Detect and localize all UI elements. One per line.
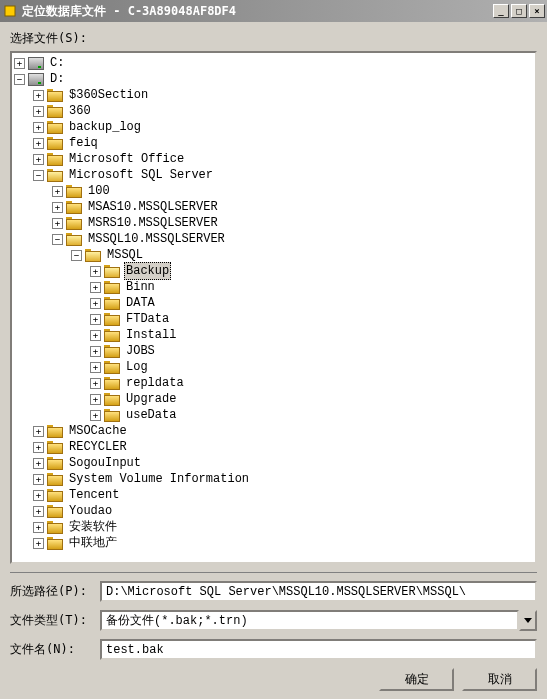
tree-node[interactable]: Upgrade <box>14 391 533 407</box>
tree-item-label[interactable]: 100 <box>86 183 112 199</box>
tree-node[interactable]: Log <box>14 359 533 375</box>
tree-item-label[interactable]: 360 <box>67 103 93 119</box>
tree-node[interactable]: Install <box>14 327 533 343</box>
tree-item-label[interactable]: Install <box>124 327 178 343</box>
expand-icon[interactable] <box>90 282 101 293</box>
tree-node[interactable]: System Volume Information <box>14 471 533 487</box>
collapse-icon[interactable] <box>14 74 25 85</box>
tree-item-label[interactable]: Microsoft Office <box>67 151 186 167</box>
minimize-button[interactable]: _ <box>493 4 509 18</box>
expand-icon[interactable] <box>90 346 101 357</box>
tree-item-label[interactable]: RECYCLER <box>67 439 129 455</box>
tree-item-label[interactable]: Youdao <box>67 503 114 519</box>
tree-node[interactable]: Tencent <box>14 487 533 503</box>
tree-item-label[interactable]: FTData <box>124 311 171 327</box>
tree-item-label[interactable]: $360Section <box>67 87 150 103</box>
cancel-button[interactable]: 取消 <box>462 668 537 691</box>
tree-item-label[interactable]: MSSQL <box>105 247 145 263</box>
tree-item-label[interactable]: repldata <box>124 375 186 391</box>
expand-icon[interactable] <box>33 426 44 437</box>
tree-item-label[interactable]: Upgrade <box>124 391 178 407</box>
expand-icon[interactable] <box>33 122 44 133</box>
collapse-icon[interactable] <box>71 250 82 261</box>
tree-item-label[interactable]: Backup <box>124 262 171 280</box>
expand-icon[interactable] <box>90 330 101 341</box>
tree-item-label[interactable]: useData <box>124 407 178 423</box>
expand-icon[interactable] <box>90 394 101 405</box>
tree-node[interactable]: MSRS10.MSSQLSERVER <box>14 215 533 231</box>
file-type-field[interactable] <box>100 610 519 631</box>
expand-icon[interactable] <box>33 538 44 549</box>
tree-item-label[interactable]: System Volume Information <box>67 471 251 487</box>
expand-icon[interactable] <box>52 186 63 197</box>
expand-icon[interactable] <box>33 506 44 517</box>
tree-item-label[interactable]: DATA <box>124 295 157 311</box>
tree-node[interactable]: C: <box>14 55 533 71</box>
tree-node[interactable]: useData <box>14 407 533 423</box>
tree-node[interactable]: Binn <box>14 279 533 295</box>
close-button[interactable]: × <box>529 4 545 18</box>
tree-item-label[interactable]: MSAS10.MSSQLSERVER <box>86 199 220 215</box>
tree-node[interactable]: Microsoft SQL Server <box>14 167 533 183</box>
tree-node[interactable]: repldata <box>14 375 533 391</box>
file-tree[interactable]: C:D:$360Section360backup_logfeiqMicrosof… <box>10 51 537 564</box>
expand-icon[interactable] <box>33 458 44 469</box>
file-name-field[interactable] <box>100 639 537 660</box>
ok-button[interactable]: 确定 <box>379 668 454 691</box>
tree-item-label[interactable]: SogouInput <box>67 455 143 471</box>
tree-node[interactable]: backup_log <box>14 119 533 135</box>
collapse-icon[interactable] <box>33 170 44 181</box>
collapse-icon[interactable] <box>52 234 63 245</box>
tree-node[interactable]: MSOCache <box>14 423 533 439</box>
tree-node[interactable]: MSSQL <box>14 247 533 263</box>
expand-icon[interactable] <box>33 154 44 165</box>
file-type-dropdown-button[interactable] <box>519 610 537 631</box>
tree-node[interactable]: feiq <box>14 135 533 151</box>
expand-icon[interactable] <box>33 106 44 117</box>
tree-node[interactable]: JOBS <box>14 343 533 359</box>
tree-node[interactable]: FTData <box>14 311 533 327</box>
tree-item-label[interactable]: C: <box>48 55 66 71</box>
tree-node[interactable]: DATA <box>14 295 533 311</box>
expand-icon[interactable] <box>90 314 101 325</box>
tree-item-label[interactable]: MSSQL10.MSSQLSERVER <box>86 231 227 247</box>
expand-icon[interactable] <box>52 202 63 213</box>
tree-node[interactable]: D: <box>14 71 533 87</box>
tree-item-label[interactable]: Binn <box>124 279 157 295</box>
tree-item-label[interactable]: 中联地产 <box>67 535 119 551</box>
tree-item-label[interactable]: MSRS10.MSSQLSERVER <box>86 215 220 231</box>
expand-icon[interactable] <box>52 218 63 229</box>
expand-icon[interactable] <box>33 490 44 501</box>
tree-item-label[interactable]: MSOCache <box>67 423 129 439</box>
tree-node[interactable]: 安装软件 <box>14 519 533 535</box>
expand-icon[interactable] <box>90 410 101 421</box>
tree-node[interactable]: MSSQL10.MSSQLSERVER <box>14 231 533 247</box>
tree-node[interactable]: 100 <box>14 183 533 199</box>
expand-icon[interactable] <box>33 522 44 533</box>
expand-icon[interactable] <box>90 362 101 373</box>
expand-icon[interactable] <box>90 378 101 389</box>
selected-path-field[interactable] <box>100 581 537 602</box>
expand-icon[interactable] <box>33 90 44 101</box>
expand-icon[interactable] <box>90 266 101 277</box>
expand-icon[interactable] <box>33 138 44 149</box>
tree-item-label[interactable]: feiq <box>67 135 100 151</box>
tree-item-label[interactable]: Log <box>124 359 150 375</box>
tree-item-label[interactable]: Microsoft SQL Server <box>67 167 215 183</box>
tree-node[interactable]: $360Section <box>14 87 533 103</box>
tree-item-label[interactable]: D: <box>48 71 66 87</box>
expand-icon[interactable] <box>14 58 25 69</box>
tree-item-label[interactable]: Tencent <box>67 487 121 503</box>
tree-item-label[interactable]: 安装软件 <box>67 519 119 535</box>
tree-node[interactable]: Microsoft Office <box>14 151 533 167</box>
tree-node[interactable]: 中联地产 <box>14 535 533 551</box>
tree-node[interactable]: MSAS10.MSSQLSERVER <box>14 199 533 215</box>
tree-node[interactable]: SogouInput <box>14 455 533 471</box>
expand-icon[interactable] <box>33 474 44 485</box>
tree-node[interactable]: Backup <box>14 263 533 279</box>
tree-node[interactable]: Youdao <box>14 503 533 519</box>
expand-icon[interactable] <box>33 442 44 453</box>
tree-node[interactable]: 360 <box>14 103 533 119</box>
tree-node[interactable]: RECYCLER <box>14 439 533 455</box>
maximize-button[interactable]: □ <box>511 4 527 18</box>
